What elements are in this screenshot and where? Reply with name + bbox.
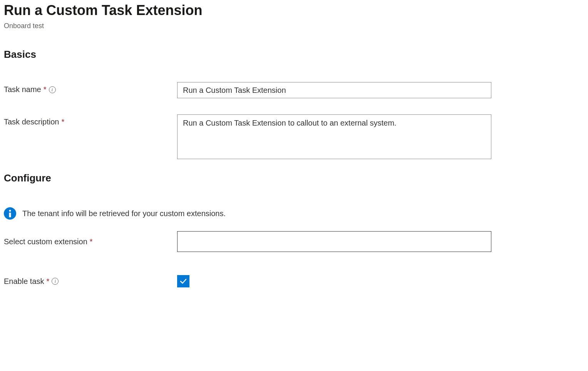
task-name-label: Task name xyxy=(4,85,41,94)
task-name-input[interactable] xyxy=(177,82,491,98)
task-description-label: Task description xyxy=(4,118,59,126)
task-name-field-col xyxy=(177,82,491,98)
task-description-field-col xyxy=(177,114,491,161)
section-configure-heading: Configure xyxy=(4,172,584,184)
task-description-label-col: Task description * xyxy=(4,114,177,126)
enable-task-checkbox[interactable] xyxy=(177,275,189,287)
info-icon[interactable]: i xyxy=(52,278,59,285)
required-marker: * xyxy=(90,237,93,246)
svg-rect-1 xyxy=(9,213,11,217)
select-extension-row: Select custom extension * xyxy=(4,231,584,252)
info-banner-text: The tenant info will be retrieved for yo… xyxy=(22,209,226,218)
page-subtitle: Onboard test xyxy=(4,22,584,30)
enable-task-field-col xyxy=(177,275,189,287)
svg-point-0 xyxy=(9,210,11,212)
check-icon xyxy=(179,277,187,285)
required-marker: * xyxy=(44,85,47,94)
task-name-label-col: Task name * i xyxy=(4,82,177,94)
enable-task-row: Enable task * i xyxy=(4,275,584,287)
task-name-row: Task name * i xyxy=(4,82,584,98)
required-marker: * xyxy=(47,277,50,286)
task-description-input[interactable] xyxy=(177,114,491,159)
select-extension-field-col xyxy=(177,231,491,252)
section-basics-heading: Basics xyxy=(4,49,584,60)
task-description-row: Task description * xyxy=(4,114,584,161)
required-marker: * xyxy=(61,118,64,126)
select-extension-label-col: Select custom extension * xyxy=(4,237,177,246)
info-icon[interactable]: i xyxy=(49,86,56,93)
enable-task-label-col: Enable task * i xyxy=(4,277,177,286)
enable-task-label: Enable task xyxy=(4,277,44,286)
select-extension-label: Select custom extension xyxy=(4,237,87,246)
info-banner: The tenant info will be retrieved for yo… xyxy=(4,207,584,220)
info-badge-icon xyxy=(4,207,16,220)
select-extension-input[interactable] xyxy=(177,231,491,252)
page-title: Run a Custom Task Extension xyxy=(4,2,584,19)
